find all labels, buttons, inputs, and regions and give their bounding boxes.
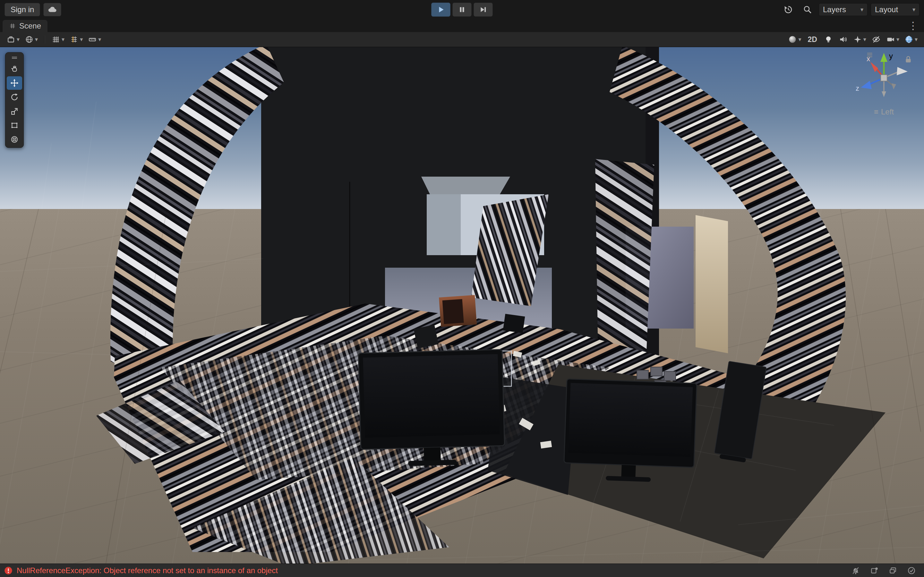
mode-2d-label: 2D — [808, 35, 817, 44]
main-toolbar: Sign in — [0, 0, 924, 19]
tool-move[interactable] — [7, 76, 22, 90]
grid-axis-icon — [69, 35, 79, 44]
scene-toolbar-right: ▾ 2D ▾ — [786, 33, 919, 45]
shaded-sphere-icon — [788, 35, 797, 44]
scene-viewport[interactable]: ≡ y x — [0, 47, 924, 564]
play-icon — [437, 5, 445, 14]
camera-icon — [886, 35, 895, 44]
tool-hand[interactable] — [7, 62, 22, 76]
layout-dropdown[interactable]: Layout ▾ — [871, 3, 919, 16]
cloud-services-button[interactable] — [43, 3, 61, 16]
lock-icon — [904, 55, 913, 64]
lightbulb-icon — [824, 35, 833, 44]
toggle-2d-button[interactable]: 2D — [804, 33, 820, 45]
globe-icon — [25, 35, 34, 44]
scene-render — [0, 47, 924, 564]
scene-camera-globe-icon — [905, 35, 913, 44]
hidden-objects-button[interactable] — [869, 33, 883, 45]
tool-transform[interactable] — [7, 133, 22, 146]
sign-in-button[interactable]: Sign in — [5, 3, 40, 16]
status-bar-icons — [849, 564, 920, 577]
chevron-down-icon: ▾ — [61, 37, 65, 42]
chevron-down-icon: ▾ — [798, 37, 801, 42]
tool-scale[interactable] — [7, 105, 22, 118]
palette-drag-handle[interactable] — [7, 54, 22, 61]
ruler-icon — [88, 35, 97, 44]
status-bar: NullReferenceException: Object reference… — [0, 564, 924, 577]
rect-tool-icon — [10, 121, 19, 129]
tab-scene-label: Scene — [19, 21, 41, 31]
chevron-down-icon: ▾ — [80, 37, 83, 42]
toolbar-right: Layers ▾ Layout ▾ — [780, 3, 919, 16]
layout-dropdown-label: Layout — [875, 5, 898, 14]
view-orientation-control[interactable]: ≡ Left — [874, 107, 894, 116]
layers-dropdown-label: Layers — [823, 5, 846, 14]
draw-mode-dropdown[interactable]: ▾ — [786, 33, 803, 45]
pivot-orientation-dropdown[interactable]: ▾ — [23, 33, 40, 45]
hamburger-icon: ≡ — [874, 107, 879, 116]
play-button[interactable] — [431, 3, 451, 17]
camera-settings-dropdown[interactable]: ▾ — [884, 33, 901, 45]
step-icon — [479, 5, 487, 14]
scene-audio-button[interactable] — [837, 33, 850, 45]
gizmo-axis-z-label[interactable]: z — [856, 84, 859, 92]
grid-visibility-dropdown[interactable]: ▾ — [49, 33, 66, 45]
tool-rect[interactable] — [7, 119, 22, 132]
chevron-down-icon: ▾ — [35, 37, 38, 42]
tab-bar: Scene ⋮ — [0, 19, 924, 32]
search-button[interactable] — [800, 3, 816, 16]
cloud-icon — [47, 5, 57, 15]
chevron-down-icon: ▾ — [863, 37, 866, 42]
move-icon — [10, 79, 19, 87]
tool-settings-icon — [6, 35, 15, 44]
effects-dropdown[interactable]: ▾ — [851, 33, 868, 45]
pause-button[interactable] — [452, 3, 472, 17]
chevron-down-icon: ▾ — [17, 37, 19, 42]
chevron-down-icon: ▾ — [913, 7, 915, 13]
play-controls — [431, 3, 493, 17]
toolbar-left: Sign in — [5, 3, 61, 16]
tool-palette — [5, 52, 24, 148]
chevron-down-icon: ▾ — [98, 37, 101, 42]
snap-increment-dropdown[interactable]: ▾ — [68, 33, 85, 45]
stack-badge-icon — [889, 566, 897, 575]
check-circle-icon — [907, 566, 916, 575]
chevron-down-icon: ▾ — [897, 37, 899, 42]
tool-rotate[interactable] — [7, 90, 22, 104]
speaker-icon — [838, 35, 848, 44]
cache-status-button[interactable] — [886, 564, 900, 577]
search-icon — [803, 5, 813, 15]
scene-toolbar-left: ▾ ▾ ▾ — [5, 33, 103, 45]
chevron-down-icon: ▾ — [915, 37, 918, 42]
scene-camera-dropdown[interactable]: ▾ — [903, 33, 919, 45]
package-status-button[interactable] — [867, 564, 881, 577]
step-button[interactable] — [473, 3, 493, 17]
undo-history-button[interactable] — [780, 3, 796, 16]
scale-icon — [10, 107, 19, 115]
bell-slash-icon — [851, 566, 860, 575]
unity-editor-window: Sign in — [0, 0, 924, 577]
tool-settings-dropdown[interactable]: ▾ — [5, 33, 21, 45]
layers-dropdown[interactable]: Layers ▾ — [819, 3, 867, 16]
history-icon — [783, 5, 793, 15]
scene-view-toolbar: ▾ ▾ ▾ — [0, 32, 924, 47]
tab-scene[interactable]: Scene — [3, 20, 47, 32]
snap-settings-dropdown[interactable]: ▾ — [86, 33, 103, 45]
console-error-message[interactable]: NullReferenceException: Object reference… — [17, 566, 278, 575]
eye-slash-icon — [872, 35, 881, 44]
chevron-down-icon: ▾ — [861, 7, 863, 13]
view-orientation-label: Left — [881, 107, 894, 116]
tab-options-button[interactable]: ⋮ — [902, 21, 924, 31]
scene-lighting-button[interactable] — [822, 33, 835, 45]
gizmo-axis-y-label[interactable]: y — [889, 52, 893, 60]
grid-snap-icon — [51, 35, 60, 44]
toolbar-separator — [44, 35, 45, 44]
rotate-icon — [10, 93, 19, 101]
transform-icon — [10, 135, 19, 143]
background-tasks-button[interactable] — [905, 564, 918, 577]
notifications-muted-button[interactable] — [849, 564, 863, 577]
gizmo-menu-button[interactable]: ≡ — [867, 50, 873, 60]
rotation-lock-button[interactable] — [904, 55, 913, 64]
hand-icon — [10, 65, 19, 73]
box-badge-icon — [870, 566, 879, 575]
